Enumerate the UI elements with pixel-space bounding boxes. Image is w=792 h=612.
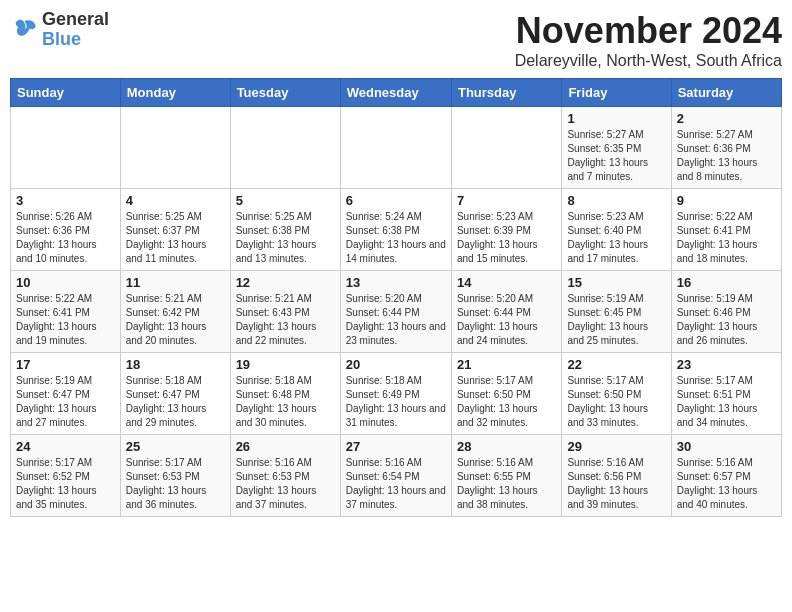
day-number: 16 bbox=[677, 275, 776, 290]
day-number: 25 bbox=[126, 439, 225, 454]
day-number: 4 bbox=[126, 193, 225, 208]
calendar-day-cell: 16Sunrise: 5:19 AM Sunset: 6:46 PM Dayli… bbox=[671, 271, 781, 353]
calendar-week-row: 17Sunrise: 5:19 AM Sunset: 6:47 PM Dayli… bbox=[11, 353, 782, 435]
day-of-week-header: Thursday bbox=[451, 79, 561, 107]
calendar-week-row: 3Sunrise: 5:26 AM Sunset: 6:36 PM Daylig… bbox=[11, 189, 782, 271]
calendar-day-cell: 30Sunrise: 5:16 AM Sunset: 6:57 PM Dayli… bbox=[671, 435, 781, 517]
day-info: Sunrise: 5:17 AM Sunset: 6:50 PM Dayligh… bbox=[567, 374, 665, 430]
day-number: 15 bbox=[567, 275, 665, 290]
day-number: 30 bbox=[677, 439, 776, 454]
calendar-day-cell: 14Sunrise: 5:20 AM Sunset: 6:44 PM Dayli… bbox=[451, 271, 561, 353]
day-number: 11 bbox=[126, 275, 225, 290]
day-info: Sunrise: 5:24 AM Sunset: 6:38 PM Dayligh… bbox=[346, 210, 446, 266]
day-number: 12 bbox=[236, 275, 335, 290]
day-number: 21 bbox=[457, 357, 556, 372]
calendar-day-cell: 12Sunrise: 5:21 AM Sunset: 6:43 PM Dayli… bbox=[230, 271, 340, 353]
logo-bird-icon bbox=[10, 16, 38, 44]
month-year-title: November 2024 bbox=[515, 10, 782, 52]
location-title: Delareyville, North-West, South Africa bbox=[515, 52, 782, 70]
calendar-day-cell: 5Sunrise: 5:25 AM Sunset: 6:38 PM Daylig… bbox=[230, 189, 340, 271]
calendar-day-cell: 3Sunrise: 5:26 AM Sunset: 6:36 PM Daylig… bbox=[11, 189, 121, 271]
day-number: 1 bbox=[567, 111, 665, 126]
day-number: 8 bbox=[567, 193, 665, 208]
calendar-table: SundayMondayTuesdayWednesdayThursdayFrid… bbox=[10, 78, 782, 517]
calendar-body: 1Sunrise: 5:27 AM Sunset: 6:35 PM Daylig… bbox=[11, 107, 782, 517]
day-info: Sunrise: 5:19 AM Sunset: 6:47 PM Dayligh… bbox=[16, 374, 115, 430]
day-number: 3 bbox=[16, 193, 115, 208]
day-info: Sunrise: 5:21 AM Sunset: 6:42 PM Dayligh… bbox=[126, 292, 225, 348]
day-info: Sunrise: 5:16 AM Sunset: 6:53 PM Dayligh… bbox=[236, 456, 335, 512]
page-header: General Blue November 2024 Delareyville,… bbox=[10, 10, 782, 70]
calendar-day-cell: 28Sunrise: 5:16 AM Sunset: 6:55 PM Dayli… bbox=[451, 435, 561, 517]
calendar-day-cell: 25Sunrise: 5:17 AM Sunset: 6:53 PM Dayli… bbox=[120, 435, 230, 517]
day-number: 6 bbox=[346, 193, 446, 208]
calendar-day-cell: 24Sunrise: 5:17 AM Sunset: 6:52 PM Dayli… bbox=[11, 435, 121, 517]
day-number: 14 bbox=[457, 275, 556, 290]
calendar-day-cell: 20Sunrise: 5:18 AM Sunset: 6:49 PM Dayli… bbox=[340, 353, 451, 435]
calendar-day-cell: 17Sunrise: 5:19 AM Sunset: 6:47 PM Dayli… bbox=[11, 353, 121, 435]
day-info: Sunrise: 5:26 AM Sunset: 6:36 PM Dayligh… bbox=[16, 210, 115, 266]
day-info: Sunrise: 5:25 AM Sunset: 6:38 PM Dayligh… bbox=[236, 210, 335, 266]
day-info: Sunrise: 5:18 AM Sunset: 6:49 PM Dayligh… bbox=[346, 374, 446, 430]
day-number: 23 bbox=[677, 357, 776, 372]
day-number: 22 bbox=[567, 357, 665, 372]
day-info: Sunrise: 5:22 AM Sunset: 6:41 PM Dayligh… bbox=[16, 292, 115, 348]
calendar-day-cell: 29Sunrise: 5:16 AM Sunset: 6:56 PM Dayli… bbox=[562, 435, 671, 517]
day-number: 13 bbox=[346, 275, 446, 290]
day-info: Sunrise: 5:23 AM Sunset: 6:39 PM Dayligh… bbox=[457, 210, 556, 266]
calendar-day-cell: 1Sunrise: 5:27 AM Sunset: 6:35 PM Daylig… bbox=[562, 107, 671, 189]
day-number: 24 bbox=[16, 439, 115, 454]
calendar-day-cell bbox=[230, 107, 340, 189]
calendar-day-cell: 18Sunrise: 5:18 AM Sunset: 6:47 PM Dayli… bbox=[120, 353, 230, 435]
day-of-week-header: Wednesday bbox=[340, 79, 451, 107]
day-of-week-header: Sunday bbox=[11, 79, 121, 107]
calendar-day-cell: 7Sunrise: 5:23 AM Sunset: 6:39 PM Daylig… bbox=[451, 189, 561, 271]
day-number: 7 bbox=[457, 193, 556, 208]
day-info: Sunrise: 5:20 AM Sunset: 6:44 PM Dayligh… bbox=[346, 292, 446, 348]
day-number: 2 bbox=[677, 111, 776, 126]
logo-text: General Blue bbox=[42, 10, 109, 50]
day-info: Sunrise: 5:19 AM Sunset: 6:46 PM Dayligh… bbox=[677, 292, 776, 348]
calendar-header: SundayMondayTuesdayWednesdayThursdayFrid… bbox=[11, 79, 782, 107]
calendar-day-cell: 23Sunrise: 5:17 AM Sunset: 6:51 PM Dayli… bbox=[671, 353, 781, 435]
calendar-day-cell: 26Sunrise: 5:16 AM Sunset: 6:53 PM Dayli… bbox=[230, 435, 340, 517]
calendar-day-cell: 15Sunrise: 5:19 AM Sunset: 6:45 PM Dayli… bbox=[562, 271, 671, 353]
day-info: Sunrise: 5:25 AM Sunset: 6:37 PM Dayligh… bbox=[126, 210, 225, 266]
day-of-week-header: Tuesday bbox=[230, 79, 340, 107]
calendar-day-cell: 13Sunrise: 5:20 AM Sunset: 6:44 PM Dayli… bbox=[340, 271, 451, 353]
calendar-day-cell bbox=[451, 107, 561, 189]
calendar-day-cell bbox=[120, 107, 230, 189]
day-info: Sunrise: 5:27 AM Sunset: 6:35 PM Dayligh… bbox=[567, 128, 665, 184]
title-block: November 2024 Delareyville, North-West, … bbox=[515, 10, 782, 70]
day-number: 18 bbox=[126, 357, 225, 372]
day-info: Sunrise: 5:17 AM Sunset: 6:51 PM Dayligh… bbox=[677, 374, 776, 430]
calendar-day-cell: 10Sunrise: 5:22 AM Sunset: 6:41 PM Dayli… bbox=[11, 271, 121, 353]
day-info: Sunrise: 5:19 AM Sunset: 6:45 PM Dayligh… bbox=[567, 292, 665, 348]
day-info: Sunrise: 5:16 AM Sunset: 6:56 PM Dayligh… bbox=[567, 456, 665, 512]
day-number: 28 bbox=[457, 439, 556, 454]
calendar-week-row: 10Sunrise: 5:22 AM Sunset: 6:41 PM Dayli… bbox=[11, 271, 782, 353]
day-info: Sunrise: 5:17 AM Sunset: 6:50 PM Dayligh… bbox=[457, 374, 556, 430]
day-info: Sunrise: 5:21 AM Sunset: 6:43 PM Dayligh… bbox=[236, 292, 335, 348]
day-number: 27 bbox=[346, 439, 446, 454]
day-info: Sunrise: 5:17 AM Sunset: 6:53 PM Dayligh… bbox=[126, 456, 225, 512]
day-info: Sunrise: 5:17 AM Sunset: 6:52 PM Dayligh… bbox=[16, 456, 115, 512]
calendar-day-cell bbox=[11, 107, 121, 189]
day-info: Sunrise: 5:16 AM Sunset: 6:57 PM Dayligh… bbox=[677, 456, 776, 512]
day-number: 10 bbox=[16, 275, 115, 290]
day-number: 19 bbox=[236, 357, 335, 372]
day-info: Sunrise: 5:27 AM Sunset: 6:36 PM Dayligh… bbox=[677, 128, 776, 184]
calendar-day-cell: 6Sunrise: 5:24 AM Sunset: 6:38 PM Daylig… bbox=[340, 189, 451, 271]
calendar-day-cell: 11Sunrise: 5:21 AM Sunset: 6:42 PM Dayli… bbox=[120, 271, 230, 353]
calendar-day-cell bbox=[340, 107, 451, 189]
calendar-day-cell: 22Sunrise: 5:17 AM Sunset: 6:50 PM Dayli… bbox=[562, 353, 671, 435]
day-number: 29 bbox=[567, 439, 665, 454]
day-info: Sunrise: 5:18 AM Sunset: 6:48 PM Dayligh… bbox=[236, 374, 335, 430]
calendar-day-cell: 8Sunrise: 5:23 AM Sunset: 6:40 PM Daylig… bbox=[562, 189, 671, 271]
day-number: 9 bbox=[677, 193, 776, 208]
calendar-day-cell: 21Sunrise: 5:17 AM Sunset: 6:50 PM Dayli… bbox=[451, 353, 561, 435]
calendar-day-cell: 4Sunrise: 5:25 AM Sunset: 6:37 PM Daylig… bbox=[120, 189, 230, 271]
day-number: 20 bbox=[346, 357, 446, 372]
day-of-week-header: Saturday bbox=[671, 79, 781, 107]
calendar-day-cell: 27Sunrise: 5:16 AM Sunset: 6:54 PM Dayli… bbox=[340, 435, 451, 517]
